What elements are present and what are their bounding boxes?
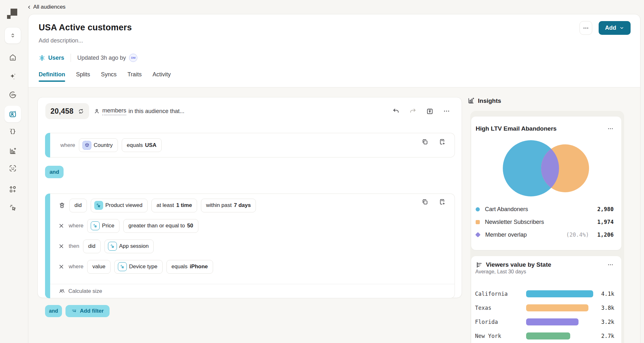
did-pill[interactable]: did [83, 240, 101, 253]
divider [71, 54, 71, 62]
canvas-actions [392, 108, 450, 115]
members-link[interactable]: members [102, 107, 126, 115]
definition-content: 20,458 members in this audience that... [28, 88, 640, 343]
legend-value: 2,980 [597, 206, 614, 212]
event-pill-product-viewed[interactable]: Product viewed [91, 199, 148, 212]
sidebar-item-catalog[interactable] [4, 182, 21, 197]
condition-row-then: then did App session [58, 239, 455, 253]
legend-label: Cart Abandoners [485, 206, 528, 213]
tab-definition[interactable]: Definition [39, 71, 65, 84]
remove-condition-icon[interactable] [58, 264, 65, 270]
builder-footer: and Add filter [45, 305, 110, 317]
sidebar-item-workspace-switcher[interactable] [4, 27, 21, 44]
sidebar-item-events[interactable] [4, 200, 21, 215]
tab-splits[interactable]: Splits [76, 71, 90, 84]
entity-label: Users [48, 55, 64, 61]
group-accent-bar [45, 133, 50, 157]
redo-icon[interactable] [409, 108, 417, 115]
card-title: Viewers value by State [486, 261, 551, 268]
card-title: High LTV Email Abandoners [476, 125, 556, 132]
add-to-note-icon[interactable] [439, 138, 446, 145]
refresh-icon[interactable] [78, 108, 84, 114]
header-actions: Add [579, 21, 631, 35]
remove-condition-icon[interactable] [58, 223, 65, 229]
did-pill[interactable]: did [69, 199, 87, 212]
tab-activity[interactable]: Activity [152, 71, 171, 84]
operator-pill-gte-50[interactable]: greater than or equal to 50 [123, 219, 198, 233]
condition-row-device: where value Device type equals iPhone [58, 260, 455, 274]
sidebar-item-assistant[interactable] [4, 69, 21, 84]
operator-pill-equals-iphone[interactable]: equals iPhone [166, 260, 213, 274]
value-pill[interactable]: value [87, 260, 111, 274]
snowflake-icon [39, 55, 45, 61]
remove-condition-icon[interactable] [58, 243, 65, 249]
bar [526, 290, 593, 297]
property-pill-price[interactable]: Price [87, 219, 119, 233]
condition-row-price: where Price greater than or equal to 50 [58, 219, 455, 233]
sidebar-item-functions[interactable] [4, 124, 21, 139]
bar-value: 3.2k [596, 319, 614, 325]
connector-and[interactable]: and [45, 305, 62, 317]
more-icon[interactable] [443, 108, 450, 115]
avatar: DM [129, 54, 137, 62]
bar-track [526, 290, 596, 297]
sidebar-item-identity[interactable] [4, 161, 21, 176]
legend-value: 1,974 [597, 219, 614, 225]
property-pill-device-type[interactable]: Device type [114, 260, 163, 274]
ellipsis-icon [583, 25, 589, 31]
sidebar-item-audiences[interactable] [4, 106, 21, 122]
undo-icon[interactable] [392, 108, 400, 115]
circle-play-icon [9, 91, 17, 99]
condition-row-country: where Country equals USA [50, 133, 455, 152]
bar-row: Florida 3.2k [475, 315, 614, 329]
description-placeholder[interactable]: Add description... [39, 37, 83, 44]
card-header: High LTV Email Abandoners [476, 124, 615, 133]
bar-category: New York [475, 333, 526, 339]
group-accent-bar [45, 194, 50, 298]
event-pill-app-session[interactable]: App session [104, 240, 154, 253]
card-more-icon[interactable] [606, 260, 615, 269]
updated-text: Updated 3h ago by DM [77, 54, 137, 62]
time-window-pill[interactable]: within past 7 days [201, 199, 256, 212]
face-scan-icon [9, 164, 17, 172]
add-filter-button[interactable]: Add filter [65, 305, 110, 317]
event-cursor-icon [94, 201, 103, 210]
insights-title: Insights [478, 97, 501, 104]
sidebar-item-journeys[interactable] [4, 87, 21, 103]
insights-header: Insights [467, 97, 501, 104]
operator-pill-equals-usa[interactable]: equals USA [122, 138, 162, 152]
property-pill-country[interactable]: Country [79, 138, 118, 152]
sidebar-item-analytics[interactable] [4, 143, 21, 159]
venn-legend: Cart Abandoners 2,980 Newsletter Subscri… [476, 203, 614, 241]
legend-row: Cart Abandoners 2,980 [476, 203, 614, 216]
trash-icon[interactable] [58, 202, 65, 209]
save-template-icon[interactable] [426, 108, 433, 115]
frequency-pill[interactable]: at least 1 time [151, 199, 197, 212]
card-more-icon[interactable] [606, 124, 615, 133]
duplicate-icon[interactable] [421, 138, 428, 145]
filter-plus-icon [71, 308, 77, 314]
row-actions [421, 138, 446, 145]
bar-row: New York 2.7k [475, 329, 614, 343]
entity-link[interactable]: Users [39, 55, 64, 61]
event-cursor-icon [91, 221, 100, 230]
legend-row: Member overlap (20.4%) 1,206 [476, 228, 614, 241]
breadcrumb[interactable]: All audiences [27, 3, 65, 11]
bar-value: 3.8k [596, 305, 614, 311]
header-more-button[interactable] [579, 21, 592, 35]
tab-syncs[interactable]: Syncs [101, 71, 117, 84]
duplicate-icon[interactable] [421, 198, 428, 205]
bar-row: California 4.1k [475, 287, 614, 301]
member-count: 20,458 [50, 107, 73, 116]
members-entity: members [94, 107, 126, 115]
calculate-size-button[interactable]: Calculate size [50, 284, 455, 298]
add-to-note-icon[interactable] [439, 198, 446, 205]
sidebar-item-home[interactable] [4, 50, 21, 65]
add-button[interactable]: Add [599, 21, 631, 35]
bar-track [526, 332, 596, 339]
connector-and[interactable]: and [45, 166, 64, 178]
tab-traits[interactable]: Traits [127, 71, 142, 84]
legend-value: 1,206 [597, 232, 614, 238]
bar [526, 304, 588, 311]
person-card-icon [9, 110, 17, 118]
